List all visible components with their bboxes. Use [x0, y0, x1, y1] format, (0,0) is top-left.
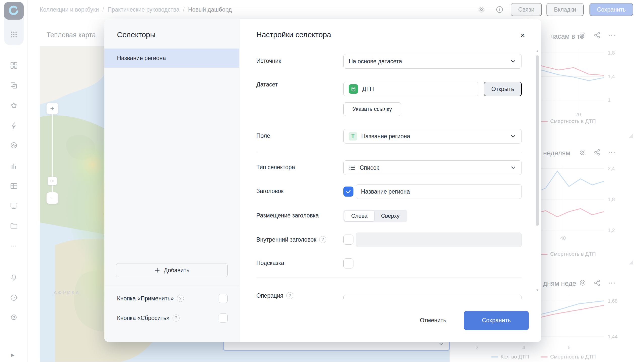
hint-label: Подсказка — [256, 260, 284, 266]
dataset-icon — [349, 84, 358, 94]
selector-type-select[interactable]: Список — [343, 160, 522, 175]
title-checkbox-checked[interactable] — [343, 187, 353, 197]
chevron-down-icon — [510, 58, 516, 65]
cancel-button[interactable]: Отменить — [420, 317, 446, 324]
dataset-select[interactable]: ДТП — [343, 82, 478, 96]
check-icon — [346, 189, 351, 194]
scrollbar-thumb[interactable] — [536, 55, 539, 226]
dialog-footer: Отменить Сохранить — [239, 299, 541, 342]
divider — [104, 286, 239, 286]
inner-title-input-disabled — [356, 233, 522, 247]
apply-button-checkbox[interactable] — [219, 294, 228, 303]
divider — [256, 278, 522, 278]
specify-link-button[interactable]: Указать ссылку — [343, 102, 401, 116]
help-icon[interactable]: ? — [177, 295, 184, 302]
selector-item-label: Название региона — [117, 55, 166, 62]
title-field-label: Заголовок — [256, 188, 284, 195]
selector-settings-panel: Настройки селектора ✕ Источник На основе… — [239, 19, 541, 342]
divider — [256, 152, 522, 152]
title-placement-segmented-control: Слева Сверху — [343, 210, 407, 222]
placement-option-top[interactable]: Сверху — [374, 211, 407, 221]
selectors-panel-title: Селекторы — [117, 30, 155, 39]
dataset-field-label: Датасет — [256, 81, 278, 88]
title-placement-label: Размещение заголовка — [256, 212, 319, 219]
inner-title-label-text: Внутренний заголовок — [256, 236, 316, 243]
help-icon[interactable]: ? — [173, 314, 180, 322]
save-selector-button[interactable]: Сохранить — [464, 311, 529, 330]
reset-button-option-label: Кнопка «Сбросить» — [117, 315, 170, 322]
apply-button-option-label: Кнопка «Применить» — [117, 295, 174, 302]
source-select[interactable]: На основе датасета — [343, 54, 522, 69]
operation-label-text: Операция — [256, 292, 283, 299]
chevron-down-icon — [510, 164, 516, 171]
help-icon[interactable]: ? — [286, 292, 293, 299]
open-dataset-button[interactable]: Открыть — [484, 82, 522, 96]
dataset-name: ДТП — [362, 86, 374, 93]
list-icon — [349, 164, 356, 171]
source-select-value: На основе датасета — [349, 58, 402, 65]
reset-button-checkbox[interactable] — [219, 313, 228, 323]
source-field-label: Источник — [256, 58, 281, 64]
scroll-down-arrow[interactable]: ▼ — [535, 288, 539, 292]
apply-button-option-row: Кнопка «Применить» ? — [104, 291, 239, 305]
settings-panel-title: Настройки селектора — [256, 30, 331, 39]
plus-icon — [154, 267, 160, 273]
scroll-up-arrow[interactable]: ▲ — [535, 49, 539, 53]
close-dialog-button[interactable]: ✕ — [517, 30, 528, 41]
selector-list-item-selected[interactable]: Название региона — [104, 49, 239, 68]
reset-button-option-row: Кнопка «Сбросить» ? — [104, 311, 239, 325]
placement-option-left[interactable]: Слева — [344, 211, 374, 221]
field-field-label: Поле — [256, 132, 270, 139]
inner-title-label: Внутренний заголовок ? — [256, 236, 326, 243]
chevron-down-icon — [510, 133, 516, 140]
add-selector-button[interactable]: Добавить — [116, 263, 228, 277]
string-type-icon: T — [349, 132, 357, 141]
selector-settings-dialog: Селекторы Название региона Добавить Кноп… — [104, 19, 541, 342]
field-select-value: Название региона — [361, 133, 410, 140]
help-icon[interactable]: ? — [319, 236, 326, 243]
title-text-input[interactable] — [356, 184, 522, 199]
field-select[interactable]: T Название региона — [343, 129, 522, 144]
hint-checkbox[interactable] — [343, 258, 353, 268]
selector-type-value: Список — [360, 164, 379, 171]
operation-label: Операция ? — [256, 292, 293, 299]
add-selector-label: Добавить — [164, 267, 189, 274]
app-root: ⋯ ? ▶ Коллекции и воркбуки / Практически… — [0, 0, 644, 362]
inner-title-checkbox[interactable] — [343, 235, 353, 245]
selector-type-label: Тип селектора — [256, 164, 295, 171]
selectors-panel: Селекторы Название региона Добавить Кноп… — [104, 19, 239, 342]
